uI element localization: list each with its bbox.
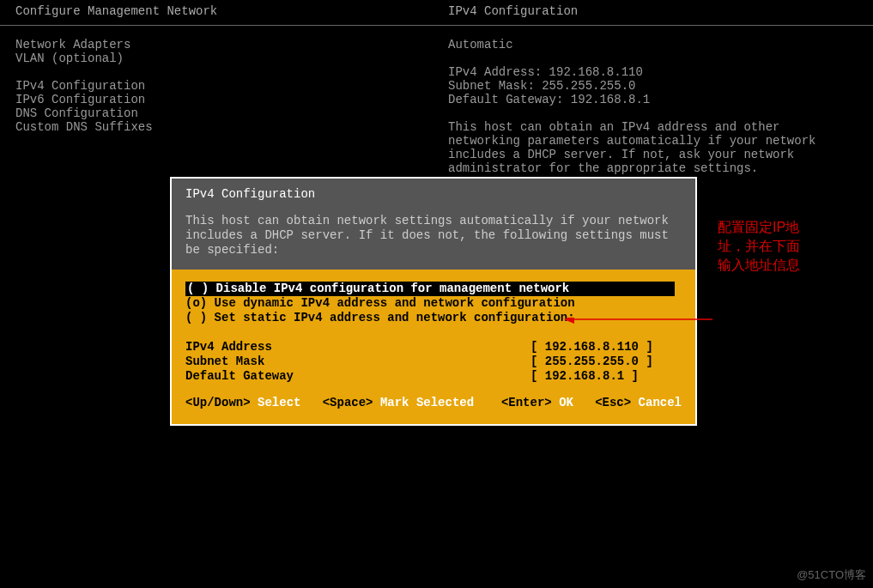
menu-item-dns-suffixes[interactable]: Custom DNS Suffixes (15, 120, 448, 134)
dialog-footer: <Up/Down> Select <Space> Mark Selected <… (185, 384, 682, 415)
annotation-text: 配置固定IP地 址，并在下面 输入地址信息 (718, 218, 800, 275)
info-mode: Automatic (448, 38, 858, 52)
field-subnet-mask: Subnet Mask [ 255.255.255.0 ] (185, 355, 682, 369)
field-value-mask[interactable]: [ 255.255.255.0 ] (530, 355, 653, 369)
menu-column: Network Adapters VLAN (optional) IPv4 Co… (15, 38, 448, 175)
svg-marker-1 (564, 318, 574, 324)
info-subnet-mask: Subnet Mask: 255.255.255.0 (448, 79, 858, 93)
field-label: Default Gateway (185, 369, 530, 384)
menu-item-vlan[interactable]: VLAN (optional) (15, 52, 448, 65)
menu-item-ipv4[interactable]: IPv4 Configuration (15, 79, 448, 93)
option-disable-ipv4[interactable]: ( ) Disable IPv4 configuration for manag… (185, 282, 675, 296)
info-default-gateway: Default Gateway: 192.168.8.1 (448, 93, 858, 106)
action-ok[interactable]: OK (559, 396, 573, 409)
field-value-gw[interactable]: [ 192.168.8.1 ] (530, 369, 639, 384)
menu-item-network-adapters[interactable]: Network Adapters (15, 38, 448, 52)
menu-item-ipv6[interactable]: IPv6 Configuration (15, 93, 448, 106)
info-description: This host can obtain an IPv4 address and… (448, 120, 858, 175)
field-default-gateway: Default Gateway [ 192.168.8.1 ] (185, 369, 682, 384)
key-updown: <Up/Down> (185, 396, 251, 409)
ipv4-config-dialog: IPv4 Configuration This host can obtain … (170, 177, 697, 426)
info-ipv4-address: IPv4 Address: 192.168.8.110 (448, 65, 858, 79)
menu-item-dns[interactable]: DNS Configuration (15, 106, 448, 120)
field-label: Subnet Mask (185, 355, 530, 369)
main-area: Network Adapters VLAN (optional) IPv4 Co… (0, 26, 873, 187)
dialog-description: This host can obtain network settings au… (185, 214, 682, 258)
option-dynamic-ipv4[interactable]: (o) Use dynamic IPv4 address and network… (185, 296, 682, 311)
header-right-title: IPv4 Configuration (448, 4, 578, 18)
header-bar: Configure Management Network IPv4 Config… (0, 0, 873, 26)
key-space: <Space> (323, 396, 373, 409)
annotation-arrow (562, 318, 717, 352)
key-esc: <Esc> (595, 396, 631, 409)
action-select: Select (258, 396, 300, 409)
key-enter: <Enter> (501, 396, 552, 409)
action-mark: Mark Selected (380, 396, 474, 409)
dialog-title: IPv4 Configuration (185, 187, 682, 202)
header-left-title: Configure Management Network (15, 4, 448, 18)
watermark: @51CTO博客 (797, 567, 866, 583)
action-cancel[interactable]: Cancel (639, 396, 682, 409)
field-label: IPv4 Address (185, 340, 530, 355)
info-column: Automatic IPv4 Address: 192.168.8.110 Su… (448, 38, 858, 175)
